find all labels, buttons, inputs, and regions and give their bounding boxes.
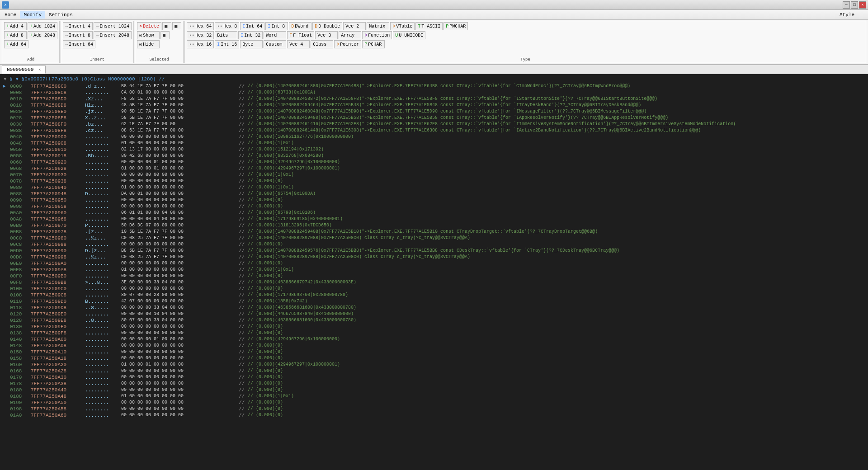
table-row[interactable]: 00707FF77A250930........00 00 00 00 00 0… [2,172,866,178]
table-row[interactable]: 00A07FF77A250960........06 01 01 00 00 0… [2,210,866,216]
table-row[interactable]: 00907FF77A250950........00 00 00 00 00 0… [2,197,866,203]
table-row[interactable]: 00B07FF77A250970P.......50 D6 DC 07 00 0… [2,222,866,229]
btn-add8[interactable]: +Add 8 [4,31,27,39]
table-row[interactable]: 00507FF77A250910........02 13 17 00 00 0… [2,146,866,153]
table-row[interactable]: 01987FF77A250A58........00 00 00 00 00 0… [2,406,866,412]
table-row[interactable]: 01A07FF77A250A60........00 00 00 00 00 0… [2,412,866,418]
table-row[interactable]: 01407FF77A250A00........00 00 00 00 01 0… [2,336,866,343]
btn-function[interactable]: ◊ Function [362,31,392,39]
table-row[interactable]: 01487FF77A250A08........00 00 00 00 00 0… [2,343,866,349]
table-row[interactable]: 00487FF77A250908........01 00 00 00 00 0… [2,140,866,146]
btn-byte[interactable]: Byte [240,40,263,48]
btn-array[interactable]: Array [339,31,361,39]
table-row[interactable]: 00087FF77A2508C8........CA 00 01 00 00 0… [2,89,866,96]
btn-float[interactable]: F F Float [287,31,314,39]
table-row[interactable]: 00787FF77A250938........00 00 00 00 00 0… [2,178,866,184]
table-row[interactable]: 00407FF77A250900........00 00 00 00 00 0… [2,134,866,140]
btn-insert2048[interactable]: →Insert 2048 [94,31,132,39]
table-row[interactable]: 01307FF77A2509F0........00 00 00 00 00 0… [2,324,866,330]
btn-int16[interactable]: I Int 16 [215,40,239,48]
table-row[interactable]: 00C87FF77A250988........00 00 00 00 00 0… [2,241,866,248]
tab-main[interactable]: N00000000 × [2,66,46,74]
btn-pwchar[interactable]: P PWCHAR [443,22,468,30]
table-row[interactable]: 01607FF77A250A20........01 00 00 01 00 0… [2,362,866,368]
table-row[interactable]: 01687FF77A250A28........00 00 00 00 00 0… [2,368,866,374]
table-row[interactable]: 00C07FF77A250980..%z...C0 08 25 7A F7 7F… [2,235,866,241]
btn-class[interactable]: Class [311,40,333,48]
btn-hex32[interactable]: ▪▪ Hex 32 [187,31,214,39]
btn-vec4[interactable]: Vec 4 [287,40,310,48]
btn-vec2[interactable]: Vec 2 [343,22,366,30]
menu-home[interactable]: Home [1,11,20,19]
btn-add64[interactable]: +Add 64 [4,40,28,48]
table-row[interactable]: 00187FF77A2508D8Hlz...48 5B 1E 7A F7 7F … [2,102,866,108]
btn-insert1024[interactable]: →Insert 1024 [94,22,132,30]
table-row[interactable]: 00E87FF77A2509A8........01 00 00 00 00 0… [2,267,866,273]
table-row[interactable]: 01207FF77A2509E0........00 00 00 00 10 0… [2,311,866,317]
table-row[interactable]: 00F87FF77A2509B8>...8...3E 00 00 00 38 0… [2,279,866,286]
table-row[interactable]: 00D87FF77A250998..%z...C0 08 25 7A F7 7F… [2,254,866,260]
maximize-button[interactable]: □ [851,1,858,9]
btn-pchar[interactable]: P PCHAR [362,40,385,48]
table-row[interactable]: 01507FF77A250A10........00 00 00 00 00 0… [2,349,866,355]
table-row[interactable]: ►00007FF77A2508C0.d z...B8 64 1E 7A F7 7… [2,83,866,89]
btn-int32[interactable]: I Int 32 [238,31,263,39]
btn-grid2[interactable]: ▦ [172,22,181,30]
table-row[interactable]: 01707FF77A250A30........00 00 00 00 00 0… [2,374,866,381]
btn-add1024[interactable]: +Add 1024 [28,22,57,30]
btn-matrix[interactable]: Matrix [367,22,389,30]
table-row[interactable]: 00A87FF77A250968........00 00 00 00 04 0… [2,216,866,222]
menu-modify[interactable]: Modify [20,11,45,19]
table-row[interactable]: 00587FF77A250918.Bh.....80 42 68 00 00 0… [2,153,866,159]
table-row[interactable]: 01887FF77A250A48........01 00 00 00 00 0… [2,393,866,400]
btn-word[interactable]: Word [264,31,286,39]
btn-custom[interactable]: Custom [264,40,286,48]
btn-int64[interactable]: I Int 64 [240,22,264,30]
collapse-arrow[interactable]: ▼ [4,76,7,82]
table-row[interactable]: 01007FF77A2509C0........00 00 00 00 00 0… [2,286,866,292]
btn-vtable[interactable]: ◊ VTable [390,22,415,30]
btn-hex8[interactable]: ▪▪ Hex 8 [215,22,239,30]
btn-grid1[interactable]: ▦ [162,22,171,30]
table-row[interactable]: 01107FF77A2509D0B.......42 07 00 00 00 0… [2,298,866,305]
hex-view[interactable]: ▼ § ▼ §0x00007ff77a2508c0 (0)Class N0000… [0,74,868,470]
close-button[interactable]: ✕ [859,1,866,9]
table-row[interactable]: 00D07FF77A250990D.[z...B8 5B 1E 7A F7 7F… [2,248,866,254]
table-row[interactable]: 00607FF77A250920........00 00 00 00 01 0… [2,159,866,165]
btn-ascii[interactable]: T T ASCII [415,22,443,30]
table-row[interactable]: 00207FF77A2508E0.jz...90 5D 1E 7A F7 7F … [2,108,866,115]
table-row[interactable]: 01187FF77A2509D8..8.....00 00 00 00 38 0… [2,305,866,311]
tab-close-button[interactable]: × [38,68,41,72]
btn-double[interactable]: D D Double [312,22,342,30]
table-row[interactable]: 00987FF77A250958........00 00 00 00 00 0… [2,203,866,210]
btn-delete[interactable]: ×Delete [137,22,161,30]
btn-bits[interactable]: Bits [215,31,237,39]
table-row[interactable]: 01287FF77A2509E8..8.....80 07 00 00 38 0… [2,317,866,324]
btn-dword[interactable]: D DWord [289,22,311,30]
btn-unicode[interactable]: U U UNICODE [393,31,425,39]
btn-hide[interactable]: ◎Hide [137,40,160,48]
btn-grid3[interactable]: ▦ [160,31,170,39]
table-row[interactable]: 01387FF77A2509F8........00 00 00 00 00 0… [2,330,866,336]
btn-insert64[interactable]: →Insert 64 [63,40,95,48]
table-row[interactable]: 00307FF77A2508F0.bz...62 1E 7A F7 7F 00 … [2,121,866,127]
btn-hex16[interactable]: ▪▪ Hex 16 [187,40,214,48]
table-row[interactable]: 01087FF77A2509C8........80 07 00 00 28 0… [2,292,866,298]
table-row[interactable]: 00E07FF77A2509A0........00 00 00 00 00 0… [2,260,866,267]
table-row[interactable]: 00387FF77A2508F8.cz...08 63 1E 7A F7 7F … [2,127,866,134]
btn-add4[interactable]: +Add 4 [4,22,27,30]
table-row[interactable]: 01807FF77A250A40........00 00 00 00 00 0… [2,387,866,393]
style-button[interactable]: Style [836,11,858,19]
btn-int8[interactable]: I Int 8 [265,22,288,30]
btn-add2048[interactable]: +Add 2048 [28,31,57,39]
minimize-button[interactable]: ─ [843,1,850,9]
btn-insert8[interactable]: →Insert 8 [63,31,93,39]
table-row[interactable]: 01787FF77A250A38........00 00 00 00 00 0… [2,381,866,387]
table-row[interactable]: 01907FF77A250A50........00 00 00 00 00 0… [2,400,866,406]
table-row[interactable]: 00F07FF77A2509B0........00 00 00 00 00 0… [2,273,866,279]
btn-pointer[interactable]: ◊ Pointer [334,40,361,48]
table-row[interactable]: 00287FF77A2508E8X..z...58 5B 1E 7A F7 7F… [2,115,866,121]
table-row[interactable]: 00807FF77A250940........01 00 00 00 00 0… [2,184,866,191]
table-row[interactable]: 01587FF77A250A18........00 00 00 00 00 0… [2,355,866,362]
table-row[interactable]: 00107FF77A2508D0.Xz...F8 58 1E 7A F7 7F … [2,96,866,102]
